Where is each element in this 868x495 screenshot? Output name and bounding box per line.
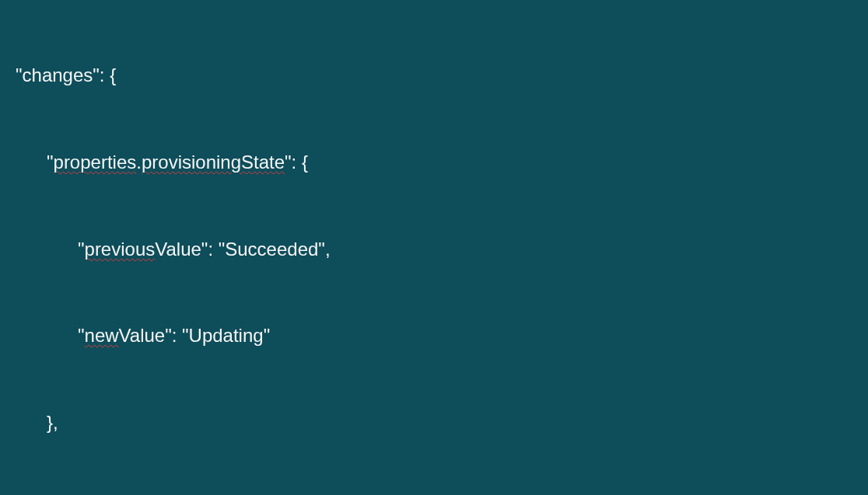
line-changes-open: "changes": { — [0, 61, 868, 89]
line-provstate-key: "properties.provisioningState": { — [0, 148, 868, 176]
line-provstate-prev: "previousValue": "Succeeded", — [0, 235, 868, 263]
line-provstate-close: }, — [0, 408, 868, 437]
line-provstate-new: "newValue": "Updating" — [0, 321, 868, 350]
json-change-log: "changes": { "properties.provisioningSta… — [0, 0, 868, 495]
